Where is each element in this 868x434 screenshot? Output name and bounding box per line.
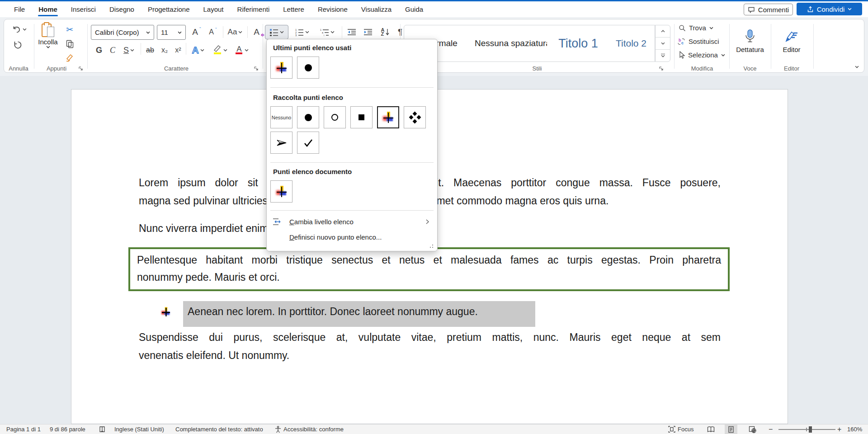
tab-riferimenti[interactable]: Riferimenti bbox=[231, 1, 277, 17]
comments-button[interactable]: Commenti bbox=[744, 4, 793, 15]
dictate-button[interactable]: Dettatura bbox=[731, 20, 769, 62]
zoom-out-button[interactable]: − bbox=[769, 425, 773, 434]
tab-home[interactable]: Home bbox=[32, 1, 64, 17]
page-indicator[interactable]: Pagina 1 di 1 bbox=[6, 425, 41, 434]
bullet-option-none[interactable]: Nessuno bbox=[270, 106, 292, 128]
separator bbox=[247, 26, 248, 38]
underline-button[interactable]: S bbox=[119, 43, 138, 57]
text-effects-button[interactable]: A bbox=[188, 43, 208, 57]
format-painter-button[interactable] bbox=[63, 52, 76, 64]
tab-lettere[interactable]: Lettere bbox=[276, 1, 311, 17]
group-divider bbox=[87, 24, 88, 69]
zoom-in-button[interactable]: + bbox=[837, 425, 841, 434]
grow-font-button[interactable]: Aˆ bbox=[189, 25, 204, 39]
accessibility-status[interactable]: Accessibilità: conforme bbox=[275, 425, 344, 434]
focus-button[interactable]: Focus bbox=[668, 425, 693, 434]
replace-button[interactable]: b c Sostituisci bbox=[677, 38, 719, 45]
editor-pencil-icon bbox=[784, 29, 799, 43]
group-label-voce: Voce bbox=[731, 65, 769, 72]
bullet-option-circle[interactable] bbox=[324, 106, 346, 128]
style-titolo-1[interactable]: Titolo 1 bbox=[551, 25, 606, 61]
superscript-button[interactable]: x² bbox=[172, 43, 184, 57]
bullet-list-item[interactable]: Aenean nec lorem. In porttitor. Donec la… bbox=[71, 300, 788, 327]
sort-button[interactable]: AZ bbox=[377, 25, 393, 39]
selected-text[interactable]: Aenean nec lorem. In porttitor. Donec la… bbox=[183, 301, 535, 327]
chevron-down-icon bbox=[23, 28, 27, 31]
tab-progettazione[interactable]: Progettazione bbox=[141, 1, 197, 17]
tab-layout[interactable]: Layout bbox=[197, 1, 231, 17]
bullet-option-square[interactable] bbox=[350, 106, 373, 128]
zoom-slider-thumb[interactable] bbox=[809, 426, 812, 433]
multilevel-list-button[interactable]: 1ai bbox=[316, 25, 339, 39]
read-mode-button[interactable] bbox=[704, 425, 717, 434]
paste-button[interactable]: Incolla bbox=[36, 23, 60, 62]
bullet-option-custom-recent[interactable] bbox=[270, 57, 292, 79]
redo-button[interactable] bbox=[11, 38, 24, 51]
chevron-down-icon bbox=[855, 66, 859, 68]
resize-grip[interactable] bbox=[432, 247, 433, 248]
change-list-level-item[interactable]: Cambia livello elenco bbox=[269, 215, 435, 229]
bullet-option-dot[interactable] bbox=[297, 106, 319, 128]
bullet-option-check[interactable] bbox=[297, 132, 319, 154]
paragraph-5[interactable]: Suspendisse dui purus, scelerisque at, v… bbox=[139, 328, 721, 364]
dialog-launcher-carattere[interactable] bbox=[254, 66, 259, 71]
text-completion-status[interactable]: Completamento del testo: attivato bbox=[175, 425, 263, 434]
increase-indent-button[interactable] bbox=[361, 25, 375, 39]
change-level-label: Cambia livello elenco bbox=[289, 218, 354, 226]
bold-button[interactable]: G bbox=[93, 43, 105, 57]
print-layout-button[interactable] bbox=[725, 425, 737, 434]
tab-revisione[interactable]: Revisione bbox=[311, 1, 354, 17]
proofing-status[interactable] bbox=[99, 425, 106, 434]
decrease-indent-button[interactable] bbox=[344, 25, 359, 39]
font-color-button[interactable]: A bbox=[231, 43, 252, 57]
highlight-color-button[interactable] bbox=[209, 43, 230, 57]
word-count[interactable]: 9 di 86 parole bbox=[50, 425, 85, 434]
bullet-option-arrow[interactable] bbox=[270, 132, 292, 154]
chevron-down-icon bbox=[238, 31, 242, 33]
bullet-option-custom-document[interactable] bbox=[270, 180, 292, 203]
dialog-launcher-stili[interactable] bbox=[659, 66, 664, 71]
style-nessuna-spaziatura[interactable]: Nessuna spaziatura bbox=[475, 25, 547, 61]
zoom-level[interactable]: 160% bbox=[847, 425, 862, 434]
bullets-button[interactable] bbox=[265, 25, 288, 39]
share-button[interactable]: Condividi bbox=[797, 3, 862, 15]
strikethrough-button[interactable]: ab bbox=[143, 43, 157, 57]
web-layout-button[interactable] bbox=[746, 425, 759, 434]
replace-label: Sostituisci bbox=[689, 38, 719, 45]
collapse-ribbon-button[interactable] bbox=[851, 63, 862, 71]
editor-button[interactable]: Editor bbox=[773, 20, 811, 62]
bullet-option-custom-selected[interactable] bbox=[377, 106, 399, 128]
subscript-button[interactable]: x₂ bbox=[158, 43, 171, 57]
zoom-slider-track[interactable] bbox=[778, 429, 835, 430]
styles-scroll-down[interactable] bbox=[656, 37, 670, 49]
document-bullets-title: Punti elenco documento bbox=[273, 168, 352, 175]
language-indicator[interactable]: Inglese (Stati Uniti) bbox=[114, 425, 164, 434]
tab-visualizza[interactable]: Visualizza bbox=[354, 1, 398, 17]
bold-label: G bbox=[96, 46, 102, 55]
define-new-bullet-item[interactable]: Definisci nuovo punto elenco... bbox=[269, 230, 435, 244]
numbering-button[interactable]: 123 bbox=[290, 25, 314, 39]
select-button[interactable]: Seleziona bbox=[678, 51, 725, 59]
change-case-button[interactable]: Aa bbox=[226, 25, 245, 39]
bullet-option-dot-recent[interactable] bbox=[297, 57, 319, 79]
dialog-launcher-appunti[interactable] bbox=[78, 66, 84, 71]
tab-inserisci[interactable]: Inserisci bbox=[64, 1, 103, 17]
cut-button[interactable]: ✂ bbox=[63, 23, 76, 36]
styles-scroll-up[interactable] bbox=[656, 25, 670, 37]
italic-button[interactable]: C bbox=[106, 43, 119, 57]
font-size-combo[interactable]: 11 bbox=[157, 25, 186, 40]
chevron-down-icon bbox=[46, 46, 50, 48]
shrink-font-button[interactable]: Aˇ bbox=[206, 25, 220, 39]
styles-gallery-expand[interactable] bbox=[656, 49, 670, 61]
undo-button[interactable] bbox=[10, 23, 28, 36]
tab-guida[interactable]: Guida bbox=[398, 1, 430, 17]
tab-file[interactable]: File bbox=[7, 1, 32, 17]
find-button[interactable]: Trova bbox=[679, 24, 713, 32]
tab-disegno[interactable]: Disegno bbox=[103, 1, 141, 17]
copy-button[interactable] bbox=[63, 38, 76, 50]
paragraph-3-bordered[interactable]: Pellentesque habitant morbi tristique se… bbox=[128, 247, 730, 291]
dot-bullet-glyph bbox=[305, 114, 312, 121]
bullet-option-diamonds[interactable] bbox=[404, 106, 426, 128]
font-name-combo[interactable]: Calibri (Corpo) bbox=[91, 25, 154, 40]
style-titolo-2[interactable]: Titolo 2 bbox=[609, 25, 654, 61]
